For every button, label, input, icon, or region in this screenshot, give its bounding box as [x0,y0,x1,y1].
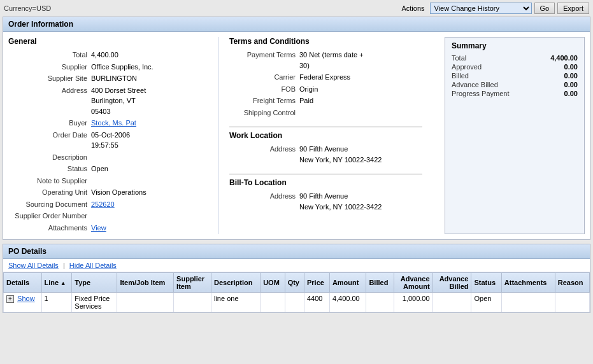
cell-advance-amount: 1,000.00 [394,293,432,312]
terms-section: Terms and Conditions Payment Terms 30 Ne… [218,37,422,234]
summary-row-billed: Billed 0.00 [452,72,578,80]
summary-title: Summary [452,41,578,50]
summary-row-advance-billed: Advance Billed 0.00 [452,81,578,88]
field-bill-address: Address 90 Fifth AvenueNew York, NY 1002… [229,191,422,212]
attachments-link[interactable]: View [91,224,106,232]
value-carrier: Federal Express [299,72,350,83]
cell-price: 4400 [304,293,330,312]
label-operating-unit: Operating Unit [8,187,91,198]
summary-value-advance-billed: 0.00 [564,81,578,88]
po-table-wrapper: Details Line Type Item/Job Item Supplier… [3,272,590,312]
cell-supplier-item [174,293,211,312]
summary-value-progress: 0.00 [564,90,578,97]
label-shipping-control: Shipping Control [229,108,299,118]
field-supplier-order: Supplier Order Number [8,211,218,221]
show-all-details-link[interactable]: Show All Details [8,262,59,269]
label-note: Note to Supplier [8,176,91,186]
summary-value-approved: 0.00 [564,63,578,71]
field-order-date: Order Date 05-Oct-200619:57:55 [8,130,218,151]
col-item: Item/Job Item [117,273,174,293]
value-supplier: Office Supplies, Inc. [91,62,154,73]
label-freight-terms: Freight Terms [229,95,299,106]
field-supplier: Supplier Office Supplies, Inc. [8,62,218,73]
cell-amount: 4,400.00 [329,293,366,312]
field-note: Note to Supplier [8,176,218,186]
col-advance-amount: AdvanceAmount [394,273,432,293]
value-status: Open [91,164,108,174]
cell-uom [261,293,285,312]
col-line[interactable]: Line [41,273,72,293]
label-address: Address [8,85,91,96]
label-supplier-site: Supplier Site [8,73,91,84]
label-order-date: Order Date [8,130,91,141]
expand-icon[interactable]: + [6,295,14,303]
hide-all-details-link[interactable]: Hide All Details [69,262,117,269]
summary-label-billed: Billed [452,72,469,80]
cell-qty [285,293,304,312]
cell-advance-billed [432,293,471,312]
field-shipping-control: Shipping Control [229,108,422,118]
col-qty: Qty [285,273,304,293]
summary-label-advance-billed: Advance Billed [452,81,498,88]
field-work-address: Address 90 Fifth AvenueNew York, NY 1002… [229,144,422,165]
col-advance-billed: AdvanceBilled [432,273,471,293]
order-info-body: General Total 4,400.00 Supplier Office S… [3,32,590,239]
col-supplier-item: SupplierItem [174,273,211,293]
label-attachments: Attachments [8,223,91,234]
col-type: Type [72,273,117,293]
po-table: Details Line Type Item/Job Item Supplier… [3,272,590,312]
label-supplier-order: Supplier Order Number [8,211,91,221]
general-section: General Total 4,400.00 Supplier Office S… [8,37,218,234]
label-work-address: Address [229,144,299,155]
label-carrier: Carrier [229,72,299,83]
cell-line: 1 [41,293,72,312]
label-payment-terms: Payment Terms [229,50,299,60]
value-order-date: 05-Oct-200619:57:55 [91,130,130,151]
field-description: Description [8,152,218,163]
show-details-link[interactable]: Show [17,295,35,302]
field-status: Status Open [8,164,218,174]
label-buyer: Buyer [8,118,91,129]
work-location-title: Work Location [229,131,422,140]
po-details-actions: Show All Details | Hide All Details [3,259,590,272]
field-sourcing-doc: Sourcing Document 252620 [8,199,218,210]
col-attachments: Attachments [501,273,555,293]
cell-item [117,293,174,312]
top-bar-actions: Actions View Change History View PDF Go … [401,3,589,14]
buyer-link[interactable]: Stock, Ms. Pat [91,119,136,127]
go-button[interactable]: Go [534,3,555,14]
cell-description: line one [211,293,260,312]
table-header-row: Details Line Type Item/Job Item Supplier… [4,273,590,293]
label-status: Status [8,164,91,174]
label-fob: FOB [229,84,299,95]
col-details: Details [4,273,42,293]
col-reason: Reason [555,273,589,293]
sourcing-doc-link[interactable]: 252620 [91,200,115,208]
summary-row-progress: Progress Payment 0.00 [452,90,578,97]
summary-box: Summary Total 4,400.00 Approved 0.00 Bil… [445,37,585,234]
field-buyer: Buyer Stock, Ms. Pat [8,118,218,129]
order-info-header: Order Information [3,17,590,32]
summary-row-approved: Approved 0.00 [452,63,578,71]
order-information-panel: Order Information General Total 4,400.00… [3,17,590,240]
col-uom: UOM [261,273,285,293]
value-address: 400 Dorset StreetBurlington, VT05403 [91,85,146,117]
summary-row-total: Total 4,400.00 [452,54,578,62]
work-location-section: Work Location Address 90 Fifth AvenueNew… [229,127,422,165]
value-supplier-site: BURLINGTON [91,73,137,84]
export-button[interactable]: Export [557,3,589,14]
value-freight-terms: Paid [299,95,313,106]
col-billed: Billed [366,273,394,293]
value-total: 4,400.00 [91,50,118,60]
general-title: General [8,37,218,46]
summary-label-progress: Progress Payment [452,90,509,97]
actions-label: Actions [401,4,424,12]
value-fob: Origin [299,84,318,95]
label-description: Description [8,152,91,163]
field-operating-unit: Operating Unit Vision Operations [8,187,218,198]
col-amount: Amount [329,273,366,293]
value-work-address: 90 Fifth AvenueNew York, NY 10022-3422 [299,144,382,165]
actions-dropdown[interactable]: View Change History View PDF [430,3,532,14]
label-total: Total [8,50,91,60]
col-status: Status [471,273,501,293]
